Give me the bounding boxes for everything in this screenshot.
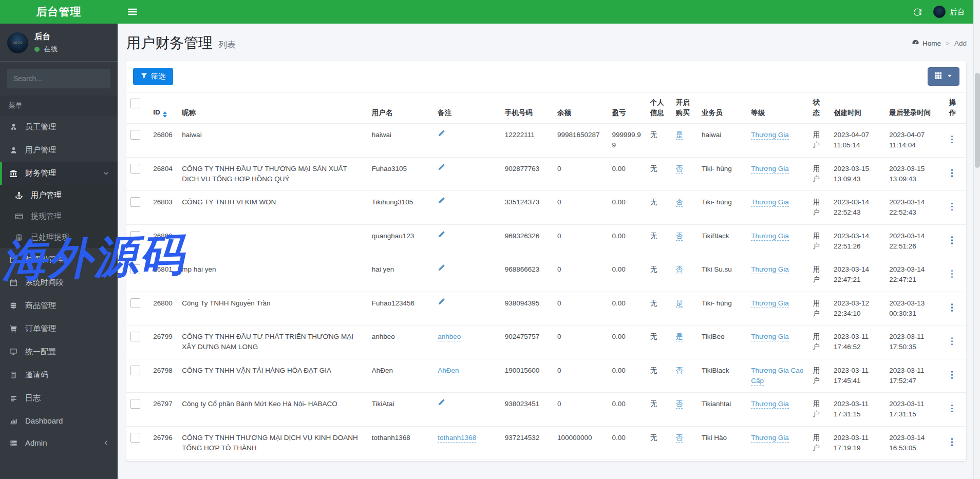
row-checkbox[interactable]	[130, 264, 140, 274]
table-row: 26801mp hai yenhai yen96886662300.00无否Ti…	[126, 258, 966, 292]
cell-level: Thương Gia	[747, 393, 808, 427]
row-actions-icon[interactable]	[949, 135, 955, 145]
purchase-toggle-link[interactable]: 否	[676, 400, 683, 409]
row-actions-icon[interactable]	[949, 336, 955, 347]
column-toggle-button[interactable]	[928, 67, 959, 86]
cell-personal-info: 无	[646, 359, 672, 393]
row-checkbox[interactable]	[130, 130, 140, 140]
remark-link[interactable]: AhĐen	[438, 367, 459, 375]
sidebar-item-goods[interactable]: 商品管理	[0, 294, 118, 317]
row-checkbox[interactable]	[130, 298, 140, 308]
sidebar-item-timeslot[interactable]: 时间段管理	[0, 248, 118, 271]
cell-profit: 0.00	[608, 258, 646, 292]
row-actions-icon[interactable]	[949, 370, 955, 380]
filter-button[interactable]: 筛选	[133, 68, 173, 85]
sidebar-item-invite-code[interactable]: 邀请码	[0, 363, 118, 387]
remark-link[interactable]: tothanh1368	[438, 434, 476, 443]
sidebar-item-dashboard[interactable]: Dashboard	[0, 410, 118, 432]
purchase-toggle-link[interactable]: 是	[676, 333, 683, 341]
sidebar-item-employee[interactable]: 员工管理	[0, 116, 118, 139]
row-actions-icon[interactable]	[949, 235, 955, 245]
row-checkbox[interactable]	[130, 164, 140, 174]
row-select-cell	[126, 426, 149, 460]
column-header: 等级	[747, 92, 808, 124]
purchase-toggle-link[interactable]: 是	[676, 299, 683, 308]
row-checkbox[interactable]	[130, 197, 140, 207]
sidebar-item-finance-users[interactable]: 用户管理	[0, 185, 118, 206]
sidebar-item-logs[interactable]: 日志	[0, 387, 118, 410]
hamburger-icon[interactable]	[127, 7, 138, 17]
row-checkbox[interactable]	[130, 366, 140, 375]
row-actions-icon[interactable]	[949, 437, 955, 447]
refresh-icon[interactable]	[913, 8, 922, 16]
level-link[interactable]: Thương Gia	[751, 265, 788, 274]
level-link[interactable]: Thương Gia	[751, 299, 788, 308]
scrollbar[interactable]	[973, 0, 980, 479]
row-checkbox[interactable]	[130, 231, 140, 241]
purchase-toggle-link[interactable]: 否	[676, 165, 683, 174]
pencil-icon[interactable]	[438, 130, 445, 137]
select-all-checkbox[interactable]	[130, 99, 140, 108]
level-link[interactable]: Thương Gia	[751, 400, 788, 409]
sort-icon[interactable]	[163, 111, 167, 118]
navbar-user-menu[interactable]: 后台	[933, 6, 965, 18]
level-link[interactable]: Thương Gia	[751, 198, 788, 207]
row-actions-icon[interactable]	[949, 168, 955, 178]
row-actions-icon[interactable]	[949, 202, 955, 212]
level-link[interactable]: Thương Gia	[751, 165, 788, 174]
cell-phone: 969326326	[501, 224, 553, 258]
pencil-icon[interactable]	[438, 264, 445, 272]
row-checkbox[interactable]	[130, 399, 140, 409]
purchase-toggle-link[interactable]: 是	[676, 131, 683, 140]
cell-nickname: mp hai yen	[178, 258, 367, 292]
sidebar-item-processed-withdraw[interactable]: 已处理提现	[0, 227, 118, 248]
brand-title: 后台管理	[0, 0, 118, 24]
pencil-icon[interactable]	[438, 164, 445, 171]
sidebar-user-name[interactable]: 后台	[34, 31, 58, 42]
sidebar-item-system-timeslot[interactable]: 系统时间段	[0, 271, 118, 294]
sidebar-item-orders[interactable]: 订单管理	[0, 317, 118, 340]
row-actions-icon[interactable]	[949, 302, 955, 313]
level-link[interactable]: Thương Gia	[751, 333, 788, 341]
table-row: 26803CÔNG TY TNHH VI KIM WONTikihung3105…	[126, 191, 966, 225]
pencil-icon[interactable]	[438, 399, 445, 406]
breadcrumb-home[interactable]: Home	[912, 39, 941, 48]
scrollbar-thumb[interactable]	[975, 73, 980, 168]
purchase-toggle-link[interactable]: 否	[676, 198, 683, 207]
pencil-icon[interactable]	[438, 231, 445, 238]
level-link[interactable]: Thương Gia	[751, 232, 788, 241]
cell-remark	[434, 460, 500, 461]
purchase-toggle-link[interactable]: 否	[676, 232, 683, 241]
purchase-toggle-link[interactable]: 否	[676, 367, 683, 375]
cell-id: 26802	[149, 224, 178, 258]
cell-status: 用户	[809, 124, 830, 158]
pencil-icon[interactable]	[438, 197, 445, 204]
cell-status: 用户	[809, 157, 830, 191]
row-actions-icon[interactable]	[949, 404, 955, 414]
row-actions-icon[interactable]	[949, 269, 955, 279]
level-link[interactable]: Thương Gia Cao Cấp	[751, 367, 803, 386]
search-input[interactable]	[7, 69, 110, 88]
cell-nickname: CÔNG TY TNHH ĐẦU TƯ THƯƠNG MẠI SẢN XUẤT …	[178, 157, 367, 191]
table-body: 26806haiwaihaiwai12222111999816502879999…	[126, 124, 966, 461]
row-checkbox[interactable]	[130, 332, 140, 341]
sidebar-item-admin[interactable]: Admin	[0, 432, 118, 454]
level-link[interactable]: Thương Gia	[751, 131, 788, 140]
user-icon	[8, 146, 18, 154]
cell-last-login-time: 2023-03-1300:30:31	[885, 292, 945, 325]
sidebar-item-config[interactable]: 统一配置	[0, 340, 118, 363]
level-link[interactable]: Thương Gia	[751, 434, 788, 443]
row-checkbox[interactable]	[130, 433, 140, 443]
sidebar-avatar[interactable]: 2022	[7, 32, 28, 53]
purchase-toggle-link[interactable]: 否	[676, 434, 683, 443]
purchase-toggle-link[interactable]: 否	[676, 265, 683, 274]
column-header-id[interactable]: ID	[149, 92, 178, 124]
sidebar-item-withdraw[interactable]: 提现管理	[0, 206, 118, 227]
cell-profit: 999999.99	[608, 124, 646, 158]
chevron-down-icon	[103, 170, 109, 177]
sidebar-item-finance[interactable]: 财务管理	[0, 162, 118, 185]
pencil-icon[interactable]	[438, 298, 445, 305]
sidebar-item-users[interactable]: 用户管理	[0, 139, 118, 162]
cell-actions	[945, 426, 966, 460]
remark-link[interactable]: anhbeo	[438, 333, 461, 341]
